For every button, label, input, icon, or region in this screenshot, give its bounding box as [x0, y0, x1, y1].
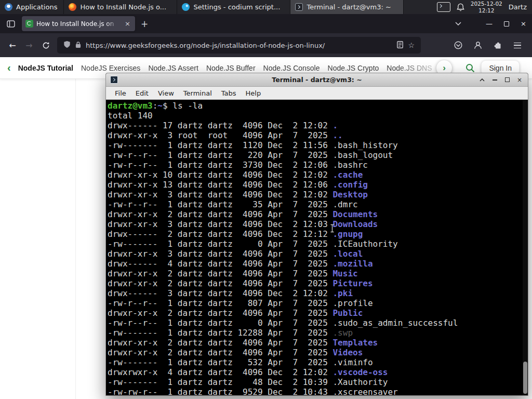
- terminal-menu-item[interactable]: Terminal: [179, 89, 217, 97]
- file-name: .bashrc: [332, 160, 367, 170]
- minimize-icon: [493, 79, 497, 81]
- site-nav-item[interactable]: Node.JS Buffer: [206, 64, 256, 72]
- scrollbar-thumb[interactable]: [523, 362, 527, 394]
- site-nav-item[interactable]: Node.JS DNS: [387, 64, 432, 72]
- file-meta: drwxr-xr-x 2 dartz dartz 4096 Apr 7 2025: [108, 209, 332, 219]
- terminal-line: -rw-r--r-- 1 dartz dartz 220 Apr 7 2025 …: [108, 150, 528, 160]
- reload-button[interactable]: [37, 37, 54, 53]
- file-meta: -rw-r--r-- 1 dartz dartz 35 Apr 7 2025: [108, 200, 332, 209]
- tracking-shield-icon[interactable]: [63, 41, 71, 50]
- menu-icon[interactable]: [510, 38, 525, 52]
- terminal-window: Terminal - dartz@vm3: ~ × FileEditViewTe…: [105, 73, 528, 396]
- terminal-menu-item[interactable]: Edit: [131, 89, 153, 97]
- panel-window-button[interactable]: How to Install Node.js o...: [64, 0, 177, 14]
- prompt-path: ~: [157, 101, 163, 111]
- terminal-output[interactable]: dartz@vm3:~$ ls -la total 140 drwx------…: [106, 100, 528, 395]
- tab-close-icon[interactable]: ×: [124, 20, 131, 28]
- terminal-menu-item[interactable]: File: [110, 89, 131, 97]
- terminal-line: -rw------- 1 dartz dartz 12288 Apr 7 202…: [108, 328, 528, 338]
- file-name: .vscode-oss: [332, 367, 388, 377]
- file-name: .swp: [332, 328, 353, 338]
- panel-clock[interactable]: 2025-12-02 12:12: [471, 1, 502, 14]
- panel-user-label: Dartz: [509, 3, 527, 11]
- firefox-view-button[interactable]: [4, 17, 18, 31]
- window-close-button[interactable]: ×: [515, 14, 532, 33]
- site-nav-items: NodeJS TutorialNodeJS ExercisesNode.JS A…: [18, 64, 447, 72]
- extensions-icon[interactable]: [490, 38, 505, 52]
- file-meta: -rw------- 1 dartz dartz 0 Apr 7 2025: [108, 239, 332, 249]
- file-name: .cache: [332, 170, 363, 180]
- search-icon[interactable]: [466, 63, 475, 73]
- maximize-icon: [505, 77, 510, 82]
- pocket-icon[interactable]: [451, 38, 466, 52]
- file-name: .gnupg: [332, 229, 363, 239]
- terminal-line: -rw-r--r-- 1 dartz dartz 35 Apr 7 2025 .…: [108, 200, 528, 209]
- site-nav-item[interactable]: NodeJS Exercises: [81, 64, 140, 72]
- file-meta: drwx------ 17 dartz dartz 4096 Dec 2 12:…: [108, 121, 332, 130]
- terminal-menu-item[interactable]: Tabs: [217, 89, 241, 97]
- back-button[interactable]: ←: [4, 37, 21, 53]
- reader-view-icon[interactable]: [397, 41, 403, 50]
- site-nav-item[interactable]: NodeJS Tutorial: [18, 64, 73, 72]
- file-name: .viminfo: [332, 357, 373, 367]
- nav-prev-icon[interactable]: ‹: [7, 62, 11, 74]
- applications-menu-button[interactable]: Applications: [0, 0, 64, 14]
- file-meta: drwxr-xr-x 3 dartz dartz 4096 Dec 2 12:0…: [108, 219, 332, 229]
- url-bar[interactable]: https://www.geeksforgeeks.org/node-js/in…: [57, 37, 421, 54]
- file-name: .xscreensaver: [332, 387, 397, 395]
- terminal-line: -rw-r--r-- 1 dartz dartz 807 Apr 7 2025 …: [108, 298, 528, 308]
- terminal-window-icon[interactable]: [110, 76, 118, 84]
- terminal-menu-item[interactable]: Help: [241, 89, 266, 97]
- site-nav-item[interactable]: Node.JS Console: [263, 64, 320, 72]
- site-nav-item[interactable]: Node.JS Assert: [148, 64, 198, 72]
- file-name: .local: [332, 249, 363, 259]
- browser-window-controls: — ×: [481, 14, 532, 33]
- browser-tab[interactable]: How to Install Node.js on ×: [22, 16, 135, 31]
- tray-terminal-icon[interactable]: [437, 2, 450, 12]
- list-tabs-button[interactable]: [451, 17, 465, 31]
- terminal-scrollbar[interactable]: [523, 100, 528, 395]
- sidebar-divider: [75, 79, 76, 399]
- new-tab-button[interactable]: +: [138, 17, 151, 31]
- file-name: .sudo_as_admin_successful: [332, 318, 458, 328]
- toolbar-icons: [451, 38, 528, 52]
- terminal-shade-button[interactable]: [478, 76, 486, 84]
- file-name: Downloads: [332, 219, 378, 229]
- window-maximize-button[interactable]: [498, 14, 515, 33]
- terminal-line: -rw-rw-r-- 1 dartz dartz 9529 Dec 2 10:4…: [108, 387, 528, 395]
- forward-button[interactable]: →: [21, 37, 37, 53]
- applications-icon: [5, 3, 12, 11]
- maximize-icon: [504, 21, 509, 26]
- file-name: Templates: [332, 338, 378, 348]
- account-icon[interactable]: [471, 38, 485, 52]
- file-name: ..: [332, 130, 342, 140]
- file-meta: drwxr-xr-x 13 dartz dartz 4096 Dec 2 12:…: [108, 180, 332, 190]
- terminal-file-listing: drwx------ 17 dartz dartz 4096 Dec 2 12:…: [108, 121, 528, 395]
- terminal-close-button[interactable]: ×: [515, 76, 524, 84]
- terminal-line: drwxr-xr-x 2 dartz dartz 4096 Apr 7 2025…: [108, 278, 528, 288]
- terminal-line: drwxr-xr-x 10 dartz dartz 4096 Dec 2 12:…: [108, 170, 528, 180]
- terminal-line: drwxrwxr-x 4 dartz dartz 4096 Dec 2 12:0…: [108, 367, 528, 377]
- window-minimize-button[interactable]: —: [481, 14, 498, 33]
- file-meta: drwxr-xr-x 2 dartz dartz 4096 Apr 7 2025: [108, 278, 332, 288]
- terminal-line: drwxr-xr-x 2 dartz dartz 4096 Apr 7 2025…: [108, 269, 528, 278]
- file-name: .bash_history: [332, 140, 397, 150]
- terminal-line: drwxr-xr-x 13 dartz dartz 4096 Dec 2 12:…: [108, 180, 528, 190]
- terminal-line: drwxr-xr-x 2 dartz dartz 4096 Apr 7 2025…: [108, 348, 528, 357]
- notification-bell-icon[interactable]: [457, 3, 464, 11]
- terminal-menu-item[interactable]: View: [153, 89, 179, 97]
- terminal-line: -rw-r--r-- 1 dartz dartz 0 Apr 7 2025 .s…: [108, 318, 528, 328]
- terminal-maximize-button[interactable]: [503, 76, 511, 84]
- terminal-minimize-button[interactable]: [490, 76, 499, 84]
- terminal-titlebar[interactable]: Terminal - dartz@vm3: ~ ×: [106, 73, 528, 87]
- terminal-line: drwxr-xr-x 3 dartz dartz 4096 Apr 7 2025…: [108, 249, 528, 259]
- panel-window-button[interactable]: Terminal - dartz@vm3: ~: [290, 0, 404, 14]
- panel-window-button[interactable]: Settings - codium script...: [177, 0, 290, 14]
- bookmark-star-icon[interactable]: ☆: [408, 41, 415, 49]
- file-name: .mozilla: [332, 259, 373, 269]
- terminal-title: Terminal - dartz@vm3: ~: [106, 76, 528, 84]
- file-name: .config: [332, 180, 367, 190]
- file-name: .profile: [332, 298, 373, 308]
- site-nav-item[interactable]: Node.JS Crypto: [328, 64, 379, 72]
- terminal-line: drwx------ 4 dartz dartz 4096 Apr 7 2025…: [108, 259, 528, 269]
